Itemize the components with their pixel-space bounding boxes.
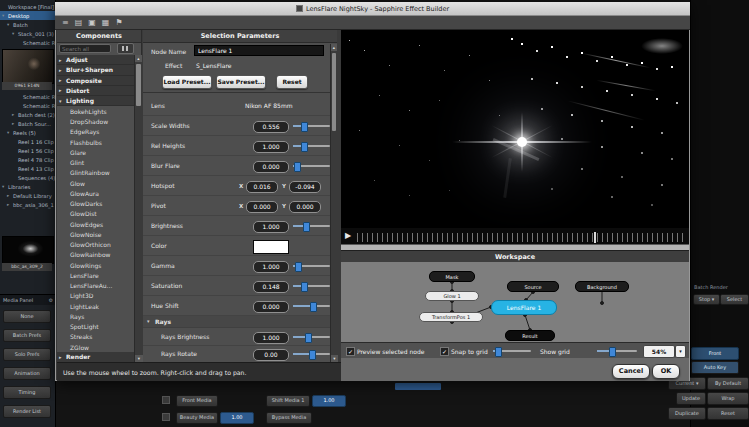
tree-item[interactable]: ▾ Stack_001 (3)	[0, 29, 55, 38]
tree-item[interactable]: ▾ Reels (5)	[0, 128, 55, 137]
select-button[interactable]: Select	[720, 294, 749, 305]
node-result[interactable]: Result	[505, 330, 555, 341]
flag-icon[interactable]: ⚑	[115, 18, 122, 28]
pivot-x-field[interactable]: 0.000	[246, 201, 278, 213]
flame-tool-button[interactable]: None	[3, 310, 51, 323]
flame-tool-button[interactable]: Solo Prefs	[3, 348, 51, 361]
media-toggle-2[interactable]	[162, 413, 170, 421]
node-lensflare-selected[interactable]: LensFlare 1	[491, 300, 557, 315]
component-category[interactable]: ▸ Distort	[57, 86, 134, 96]
stop-button[interactable]: Stop ▾	[693, 294, 720, 305]
load-preset-button[interactable]: Load Preset...	[162, 75, 212, 89]
component-item[interactable]: BokehLights	[57, 106, 134, 116]
reset-button[interactable]: Reset	[276, 75, 308, 89]
zoom-level-value[interactable]: 54%	[643, 345, 675, 358]
tree-item[interactable]: Schematic R...	[0, 92, 55, 101]
component-item[interactable]: LensFlare	[57, 270, 134, 280]
scrollbar-thumb[interactable]	[332, 53, 336, 131]
node-name-input[interactable]	[194, 45, 324, 56]
tree-item[interactable]: ▸ Batch Sour...	[0, 119, 55, 128]
zoom-slider[interactable]	[597, 347, 637, 355]
component-item[interactable]: GlowOrthicon	[57, 240, 134, 250]
param-slider[interactable]	[293, 282, 330, 290]
beauty-media-value[interactable]: 1.00	[220, 412, 254, 424]
tree-item[interactable]: ▸ Batch dest (2)	[0, 110, 55, 119]
shift-media-button[interactable]: Shift Media 1	[266, 395, 310, 407]
grid-size-slider[interactable]	[493, 347, 531, 355]
tree-item[interactable]: Reel 1 16 Clip	[0, 137, 55, 146]
wrap-button[interactable]: Wrap	[707, 392, 749, 405]
flame-tool-button[interactable]: Animation	[3, 367, 51, 380]
node-glow[interactable]: Glow 1	[425, 291, 479, 301]
pivot-y-field[interactable]: 0.000	[289, 201, 321, 213]
dialog-titlebar[interactable]: LensFlare NightSky - Sapphire Effect Bui…	[55, 2, 690, 16]
component-item[interactable]: Glint	[57, 158, 134, 168]
filter-button[interactable]	[117, 43, 134, 54]
value-field[interactable]: 0.000	[253, 301, 289, 313]
component-item[interactable]: DropShadow	[57, 117, 134, 127]
value-field[interactable]: 1.000	[253, 332, 289, 344]
bypass-media-button[interactable]: Bypass Media	[266, 412, 312, 424]
ok-button[interactable]: OK	[652, 364, 680, 379]
tree-item[interactable]: Reel 4 13 Clip	[0, 164, 55, 173]
component-item[interactable]: Light3D	[57, 291, 134, 301]
scroll-down-icon[interactable]: ▾	[331, 355, 338, 362]
color-swatch[interactable]	[253, 240, 289, 254]
duplicate-button[interactable]: Duplicate	[668, 407, 706, 420]
preview-node-checkbox[interactable]: ✓	[346, 347, 355, 356]
value-field[interactable]: 0.000	[253, 161, 289, 173]
param-slider[interactable]	[293, 350, 330, 358]
node-background[interactable]: Background	[575, 281, 629, 292]
zoom-dropdown-icon[interactable]: ▾	[675, 345, 686, 358]
component-item[interactable]: Flashbulbs	[57, 137, 134, 147]
component-item[interactable]: Streaks	[57, 332, 134, 342]
node-source[interactable]: Source	[507, 281, 559, 292]
node-mask[interactable]: Mask	[429, 271, 475, 282]
component-item[interactable]: GlowDarks	[57, 199, 134, 209]
flame-tool-button[interactable]: Timing	[3, 386, 51, 399]
clip-thumbnail-portrait[interactable]	[2, 49, 54, 84]
param-slider[interactable]	[293, 262, 330, 270]
component-category[interactable]: ▸ Adjust	[57, 55, 134, 65]
value-field[interactable]: 0.148	[253, 281, 289, 293]
component-item[interactable]: GlowAura	[57, 188, 134, 198]
scrollbar-thumb[interactable]	[136, 64, 141, 106]
tree-item[interactable]: Schematic R...	[0, 101, 55, 110]
tree-item[interactable]: Sequences (4)	[0, 173, 55, 182]
tree-item[interactable]: Reel 1 56 Clip	[0, 146, 55, 155]
component-item[interactable]: GlowRainbow	[57, 250, 134, 260]
scroll-up-icon[interactable]: ▴	[135, 55, 142, 62]
media-panel-bar[interactable]: Media Panel ⚙	[0, 294, 55, 305]
search-input[interactable]	[59, 44, 111, 53]
front-button[interactable]: Front	[691, 347, 739, 360]
update-button[interactable]: Update	[676, 392, 706, 405]
param-slider[interactable]	[293, 302, 330, 310]
play-icon[interactable]: ▶	[345, 231, 351, 240]
menu-icon[interactable]: ≡	[62, 18, 69, 28]
rays-section-header[interactable]: ▾ Rays	[143, 316, 330, 328]
param-slider[interactable]	[293, 162, 330, 170]
component-item[interactable]: GlowNoise	[57, 229, 134, 239]
save-icon[interactable]: ▣	[88, 18, 96, 28]
media-toggle-1[interactable]	[162, 396, 170, 404]
hotspot-y-field[interactable]: -0.094	[289, 181, 321, 193]
component-item[interactable]: LensFlareAu...	[57, 281, 134, 291]
value-field[interactable]: 0.556	[253, 121, 289, 133]
component-category[interactable]: ▸ Blur+Sharpen	[57, 65, 134, 75]
library-thumbnail[interactable]	[2, 236, 54, 264]
component-item[interactable]: SpotLight	[57, 322, 134, 332]
workspace-node-graph[interactable]: Mask Glow 1 TransformPos 1 Source LensFl…	[341, 262, 689, 342]
playhead[interactable]	[594, 232, 596, 243]
snap-to-grid-checkbox[interactable]: ✓	[440, 347, 449, 356]
by-default-button[interactable]: By Default	[707, 377, 749, 390]
timeline-ruler[interactable]	[357, 233, 687, 242]
tree-item[interactable]: ▸ bbc_asia_306_1	[0, 200, 55, 209]
component-item[interactable]: LightLeak	[57, 301, 134, 311]
value-field[interactable]: 1.000	[253, 141, 289, 153]
component-item[interactable]: Glare	[57, 147, 134, 157]
save-preset-button[interactable]: Save Preset...	[216, 75, 266, 89]
component-item[interactable]: Rays	[57, 311, 134, 321]
lens-value[interactable]: Nikon AF 85mm	[245, 102, 293, 109]
tree-item[interactable]: ▾ Desktop	[0, 11, 55, 20]
flame-tool-button[interactable]: Render List	[3, 405, 51, 418]
